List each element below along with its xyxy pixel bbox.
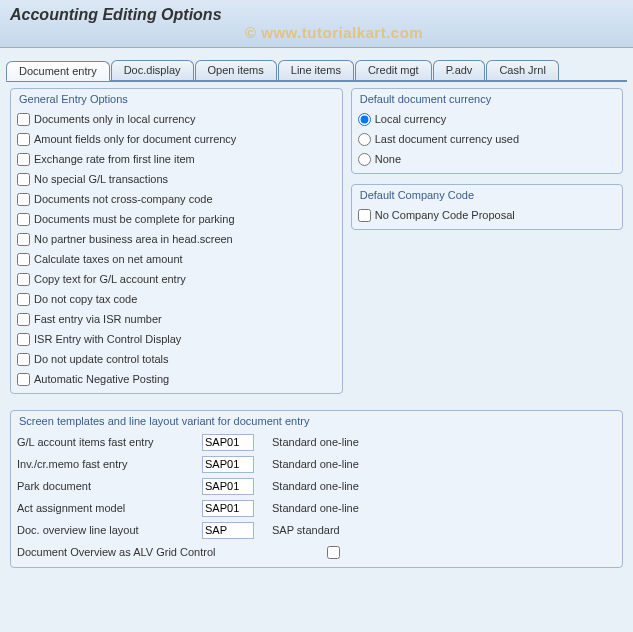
- checkbox-copy_text_gl[interactable]: [17, 273, 30, 286]
- checkbox-no_update_totals[interactable]: [17, 353, 30, 366]
- template-desc-doc_overview: SAP standard: [272, 524, 340, 536]
- general-entry-group: General Entry Options Documents only in …: [10, 88, 343, 394]
- general-entry-body: Documents only in local currencyAmount f…: [11, 107, 342, 393]
- checkrow-exchange_rate_first: Exchange rate from first line item: [17, 149, 336, 169]
- title-bar: Accounting Editing Options: [0, 0, 633, 48]
- checkbox-no_partner_business[interactable]: [17, 233, 30, 246]
- no-company-proposal-label: No Company Code Proposal: [375, 209, 515, 221]
- tab-open_items[interactable]: Open items: [195, 60, 277, 80]
- checkbox-exchange_rate_first[interactable]: [17, 153, 30, 166]
- tab-line_items[interactable]: Line items: [278, 60, 354, 80]
- default-currency-title: Default document currency: [352, 89, 622, 107]
- label-no_update_totals: Do not update control totals: [34, 353, 169, 365]
- label-complete_for_parking: Documents must be complete for parking: [34, 213, 235, 225]
- template-label-gl_fast: G/L account items fast entry: [17, 436, 202, 448]
- checkrow-calc_taxes_net: Calculate taxes on net amount: [17, 249, 336, 269]
- tab-doc_display[interactable]: Doc.display: [111, 60, 194, 80]
- default-company-group: Default Company Code No Company Code Pro…: [351, 184, 623, 230]
- overview-checkbox[interactable]: [327, 546, 340, 559]
- checkrow-complete_for_parking: Documents must be complete for parking: [17, 209, 336, 229]
- template-row-doc_overview: Doc. overview line layoutSAP standard: [17, 519, 616, 541]
- checkrow-no_update_totals: Do not update control totals: [17, 349, 336, 369]
- radio-label-none: None: [375, 153, 401, 165]
- template-desc-park: Standard one-line: [272, 480, 359, 492]
- template-row-gl_fast: G/L account items fast entryStandard one…: [17, 431, 616, 453]
- default-currency-group: Default document currency Local currency…: [351, 88, 623, 174]
- tab-doc_entry[interactable]: Document entry: [6, 61, 110, 81]
- checkrow-no_partner_business: No partner business area in head.screen: [17, 229, 336, 249]
- label-no_special_gl: No special G/L transactions: [34, 173, 168, 185]
- template-label-doc_overview: Doc. overview line layout: [17, 524, 202, 536]
- checkrow-local_currency_only: Documents only in local currency: [17, 109, 336, 129]
- tab-cash_jrnl[interactable]: Cash Jrnl: [486, 60, 558, 80]
- template-row-act_assign: Act assignment modelStandard one-line: [17, 497, 616, 519]
- checkrow-fast_entry_isr: Fast entry via ISR number: [17, 309, 336, 329]
- template-row-park: Park documentStandard one-line: [17, 475, 616, 497]
- template-row-inv_cr: Inv./cr.memo fast entryStandard one-line: [17, 453, 616, 475]
- radio-label-last: Last document currency used: [375, 133, 519, 145]
- radio-local[interactable]: [358, 113, 371, 126]
- label-no_copy_tax_code: Do not copy tax code: [34, 293, 137, 305]
- default-company-body: No Company Code Proposal: [352, 203, 622, 229]
- checkrow-no_copy_tax_code: Do not copy tax code: [17, 289, 336, 309]
- template-input-doc_overview[interactable]: [202, 522, 254, 539]
- tab-credit_mgt[interactable]: Credit mgt: [355, 60, 432, 80]
- checkrow-not_cross_company: Documents not cross-company code: [17, 189, 336, 209]
- radio-label-local: Local currency: [375, 113, 447, 125]
- checkrow-copy_text_gl: Copy text for G/L account entry: [17, 269, 336, 289]
- checkbox-complete_for_parking[interactable]: [17, 213, 30, 226]
- checkbox-not_cross_company[interactable]: [17, 193, 30, 206]
- template-desc-act_assign: Standard one-line: [272, 502, 359, 514]
- tab-body: General Entry Options Documents only in …: [6, 82, 627, 410]
- label-auto_neg_posting: Automatic Negative Posting: [34, 373, 169, 385]
- checkbox-calc_taxes_net[interactable]: [17, 253, 30, 266]
- label-amount_doc_currency: Amount fields only for document currency: [34, 133, 236, 145]
- label-calc_taxes_net: Calculate taxes on net amount: [34, 253, 183, 265]
- template-label-park: Park document: [17, 480, 202, 492]
- overview-row: Document Overview as ALV Grid Control: [17, 541, 616, 563]
- template-desc-inv_cr: Standard one-line: [272, 458, 359, 470]
- tabstrip: Document entryDoc.displayOpen itemsLine …: [6, 60, 627, 82]
- default-currency-body: Local currencyLast document currency use…: [352, 107, 622, 173]
- checkbox-auto_neg_posting[interactable]: [17, 373, 30, 386]
- label-no_partner_business: No partner business area in head.screen: [34, 233, 233, 245]
- label-copy_text_gl: Copy text for G/L account entry: [34, 273, 186, 285]
- template-label-act_assign: Act assignment model: [17, 502, 202, 514]
- content-area: Document entryDoc.displayOpen itemsLine …: [0, 48, 633, 632]
- template-input-park[interactable]: [202, 478, 254, 495]
- checkbox-amount_doc_currency[interactable]: [17, 133, 30, 146]
- checkrow-auto_neg_posting: Automatic Negative Posting: [17, 369, 336, 389]
- checkbox-no_special_gl[interactable]: [17, 173, 30, 186]
- radio-none[interactable]: [358, 153, 371, 166]
- overview-label: Document Overview as ALV Grid Control: [17, 546, 327, 558]
- templates-body: G/L account items fast entryStandard one…: [11, 429, 622, 567]
- page-title: Accounting Editing Options: [10, 6, 623, 24]
- tab-padv[interactable]: P.adv: [433, 60, 486, 80]
- template-input-act_assign[interactable]: [202, 500, 254, 517]
- template-input-gl_fast[interactable]: [202, 434, 254, 451]
- radio-last[interactable]: [358, 133, 371, 146]
- label-fast_entry_isr: Fast entry via ISR number: [34, 313, 162, 325]
- template-desc-gl_fast: Standard one-line: [272, 436, 359, 448]
- templates-title: Screen templates and line layout variant…: [11, 411, 622, 429]
- template-label-inv_cr: Inv./cr.memo fast entry: [17, 458, 202, 470]
- templates-group: Screen templates and line layout variant…: [10, 410, 623, 568]
- checkbox-local_currency_only[interactable]: [17, 113, 30, 126]
- checkbox-no_copy_tax_code[interactable]: [17, 293, 30, 306]
- default-company-title: Default Company Code: [352, 185, 622, 203]
- checkrow-amount_doc_currency: Amount fields only for document currency: [17, 129, 336, 149]
- column-right: Default document currency Local currency…: [351, 88, 623, 404]
- radiorow-none: None: [358, 149, 616, 169]
- radiorow-last: Last document currency used: [358, 129, 616, 149]
- no-company-proposal-checkbox[interactable]: [358, 209, 371, 222]
- checkrow-no_special_gl: No special G/L transactions: [17, 169, 336, 189]
- template-input-inv_cr[interactable]: [202, 456, 254, 473]
- checkbox-fast_entry_isr[interactable]: [17, 313, 30, 326]
- label-isr_control_display: ISR Entry with Control Display: [34, 333, 181, 345]
- label-local_currency_only: Documents only in local currency: [34, 113, 195, 125]
- general-entry-title: General Entry Options: [11, 89, 342, 107]
- company-proposal-row: No Company Code Proposal: [358, 205, 616, 225]
- label-not_cross_company: Documents not cross-company code: [34, 193, 213, 205]
- column-left: General Entry Options Documents only in …: [10, 88, 343, 404]
- checkbox-isr_control_display[interactable]: [17, 333, 30, 346]
